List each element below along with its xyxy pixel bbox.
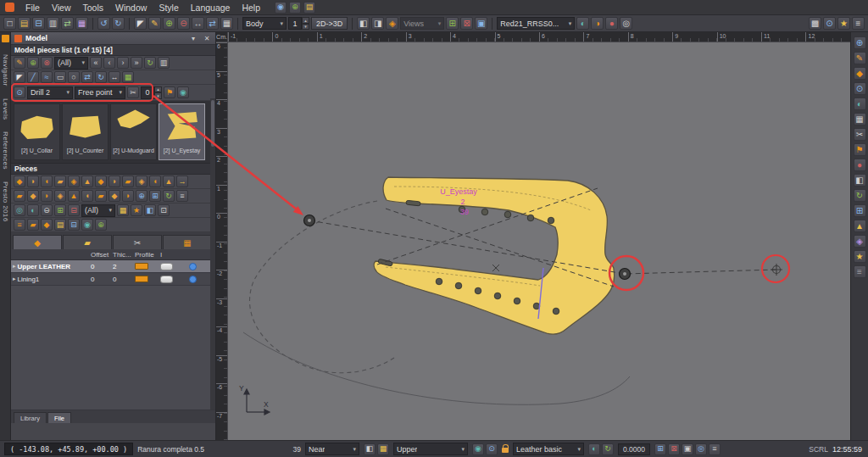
free-point-marker[interactable] — [304, 215, 315, 226]
record-tool-icon[interactable]: ● — [854, 159, 866, 171]
pieces-tool-icon[interactable]: ⊟ — [68, 204, 80, 216]
circle-tool-icon[interactable]: ○ — [68, 71, 80, 83]
panel-bottom-tab[interactable]: Library — [14, 412, 47, 423]
half-right-view-icon[interactable]: ◨ — [371, 17, 384, 30]
refresh-tool-icon[interactable]: ↻ — [854, 189, 866, 202]
annotate-tool-icon[interactable]: ✎ — [854, 52, 866, 64]
pieces-tool-icon[interactable]: ◗ — [108, 176, 120, 187]
pieces-tool-icon[interactable]: ◆ — [41, 219, 53, 231]
pieces-tool-icon[interactable]: ▲ — [68, 190, 80, 202]
menu-item[interactable]: Tools — [77, 1, 110, 14]
first-piece-button[interactable]: « — [90, 57, 102, 69]
side-tab[interactable]: Navigator — [2, 54, 9, 86]
remove-view-icon[interactable]: ⊠ — [460, 17, 473, 30]
select-tool-icon[interactable]: ◤ — [14, 71, 25, 83]
menu-item[interactable]: Help — [236, 1, 266, 14]
gem-view-icon[interactable]: ◈ — [386, 17, 398, 30]
materials-tab[interactable]: ✂ — [113, 235, 162, 249]
pane-view-icon[interactable]: ▣ — [475, 17, 487, 30]
cut-tool-icon[interactable]: ✂ — [854, 128, 866, 141]
pieces-tool-icon[interactable]: ★ — [131, 204, 142, 216]
material-color[interactable] — [187, 273, 204, 285]
material-row[interactable]: ▸Upper LEATHER02 — [11, 260, 215, 273]
pieces-tool-icon[interactable]: ◖ — [81, 190, 93, 202]
snap-mode-dropdown[interactable]: Near▾ — [305, 443, 359, 455]
side-tab[interactable]: References — [2, 131, 9, 170]
pieces-tool-icon[interactable]: ◗ — [41, 190, 53, 202]
expander-icon[interactable]: ▸ — [13, 276, 16, 282]
snap-grid-icon[interactable]: ▦ — [122, 71, 134, 83]
body-dropdown[interactable]: Body▾ — [242, 17, 287, 30]
rect-tool-icon[interactable]: ▭ — [54, 71, 66, 83]
pieces-tool-icon[interactable]: ◈ — [136, 176, 147, 187]
menu-item[interactable]: File — [19, 1, 46, 14]
spinner-down-icon[interactable]: ▾ — [154, 92, 162, 99]
panel-bottom-tab[interactable]: File — [47, 412, 71, 423]
target-view-icon[interactable]: ◎ — [620, 17, 632, 30]
hatch-icon[interactable]: ▩ — [809, 17, 821, 30]
half-left-view-icon[interactable]: ◧ — [357, 17, 370, 30]
open-folder-icon[interactable]: ▤ — [18, 17, 31, 30]
pieces-tool-icon[interactable]: ◉ — [81, 219, 93, 231]
shade-other-icon[interactable]: ◑ — [591, 17, 604, 30]
point-type-dropdown[interactable]: Free point▾ — [75, 86, 125, 99]
layer-view-icon[interactable]: ◧ — [364, 443, 376, 455]
pieces-tool-icon[interactable]: ▦ — [117, 204, 129, 216]
pieces-tool-icon[interactable]: ▲ — [163, 176, 175, 187]
flag-icon[interactable]: ⚑ — [164, 86, 175, 98]
spinner-up-icon[interactable]: ▴ — [302, 17, 309, 24]
materials-filter-dropdown[interactable]: (All)▾ — [81, 204, 115, 217]
pieces-tool-icon[interactable]: ◖ — [149, 176, 161, 187]
refresh-material-icon[interactable]: ↻ — [602, 443, 614, 455]
contrast-tool-icon[interactable]: ◐ — [854, 98, 866, 110]
piece-thumbnail[interactable]: [2] U-Mudguard — [110, 103, 157, 160]
add-point-icon[interactable]: ⊕ — [163, 17, 175, 30]
panel-scrollbar[interactable] — [210, 98, 215, 410]
cut-icon[interactable]: ✂ — [127, 86, 139, 98]
layer-dropdown[interactable]: Upper▾ — [393, 443, 468, 455]
close-view-icon[interactable]: ⊠ — [668, 443, 680, 455]
record-icon[interactable]: ● — [605, 17, 618, 30]
snapshot-icon[interactable]: ◉ — [275, 2, 287, 14]
spinner-down-icon[interactable]: ▾ — [302, 24, 309, 31]
pieces-tool-icon[interactable]: ↻ — [163, 190, 175, 202]
pieces-tool-icon[interactable]: ◆ — [108, 190, 120, 202]
options-menu-icon[interactable]: ≡ — [852, 17, 865, 30]
design-canvas[interactable]: U_Eyestay 2 39 Y X — [228, 42, 850, 440]
pieces-tool-icon[interactable]: ◆ — [27, 190, 39, 202]
last-piece-button[interactable]: » — [131, 57, 142, 69]
piece-thumbnail[interactable]: [2] U_Eyestay — [159, 103, 205, 160]
menu-item[interactable]: Style — [153, 1, 184, 14]
pieces-tool-icon[interactable]: ⊞ — [54, 204, 66, 216]
up-tool-icon[interactable]: ▲ — [854, 220, 866, 232]
grid-tool-icon[interactable]: ▦ — [854, 113, 866, 125]
probe-icon[interactable]: ◉ — [177, 86, 189, 98]
pieces-tool-icon[interactable]: ◗ — [27, 176, 39, 187]
material-dropdown[interactable]: Leather basic▾ — [513, 443, 584, 455]
export-icon[interactable]: ⇄ — [61, 17, 74, 30]
target-icon[interactable]: ⊙ — [486, 443, 498, 455]
gem-tool-icon[interactable]: ◈ — [854, 235, 866, 248]
piece-thumbnail[interactable]: [2] U_Counter — [62, 103, 108, 160]
reload-pieces-icon[interactable]: ↻ — [144, 57, 156, 69]
add-view-icon[interactable]: ⊞ — [446, 17, 459, 30]
pieces-tool-icon[interactable]: ◈ — [68, 176, 80, 187]
visibility-icon[interactable]: ◉ — [472, 443, 484, 455]
dock-icon[interactable] — [2, 35, 9, 42]
previous-piece-button[interactable]: ‹ — [103, 57, 115, 69]
measure-icon[interactable]: ↔ — [192, 17, 204, 30]
piece-tool-icon[interactable]: ◆ — [854, 67, 866, 80]
panel-titlebar[interactable]: Model ▾ ✕ — [11, 32, 215, 45]
material-profile[interactable] — [133, 260, 159, 272]
mirror-icon[interactable]: ⇄ — [206, 17, 219, 30]
pieces-tool-icon[interactable]: ▰ — [14, 190, 25, 202]
lock-icon[interactable] — [502, 448, 509, 453]
material-profile[interactable] — [133, 273, 159, 285]
pieces-tool-icon[interactable]: ⊟ — [68, 219, 80, 231]
pieces-tool-icon[interactable]: ◆ — [95, 176, 107, 187]
split-view-icon[interactable]: ◧ — [854, 174, 866, 187]
pieces-tool-icon[interactable]: ≡ — [14, 219, 25, 231]
expander-icon[interactable]: ▸ — [13, 263, 16, 270]
next-piece-button[interactable]: › — [117, 57, 129, 69]
pieces-tool-icon[interactable]: ⊞ — [149, 190, 161, 202]
